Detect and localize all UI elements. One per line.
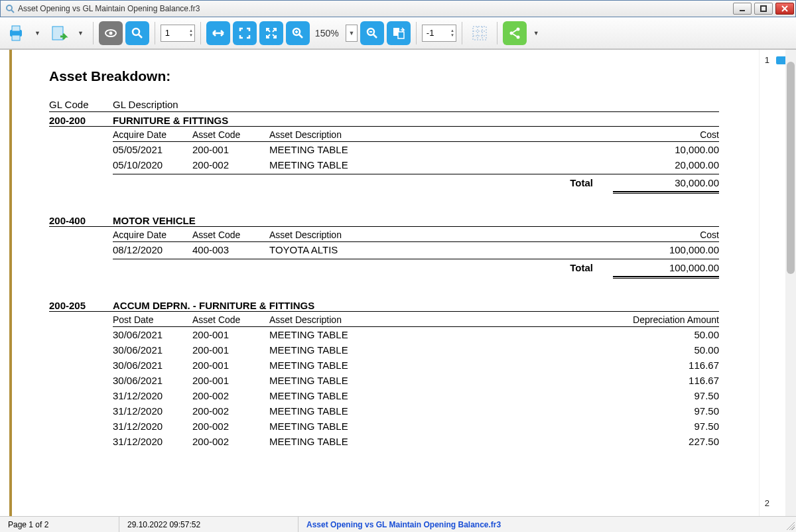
cell-amt: 116.67 — [613, 375, 719, 386]
share-button[interactable] — [503, 21, 527, 45]
data-row: 30/06/2021 200-001 MEETING TABLE 50.00 — [113, 327, 719, 342]
status-page: Page 1 of 2 — [0, 517, 119, 532]
svg-line-13 — [139, 34, 142, 38]
maximize-button[interactable] — [754, 3, 773, 15]
page-number-input[interactable]: 1 ▲▼ — [161, 25, 195, 42]
cell-desc: MEETING TABLE — [269, 329, 613, 340]
data-row: 05/05/2021 200-001 MEETING TABLE 10,000.… — [113, 142, 719, 157]
cell-amt: 97.50 — [613, 405, 719, 417]
sub-amt-header: Cost — [613, 230, 719, 240]
data-row: 30/06/2021 200-001 MEETING TABLE 116.67 — [113, 373, 719, 388]
visibility-button[interactable] — [99, 21, 123, 45]
print-button[interactable] — [4, 21, 28, 45]
zoom-dropdown[interactable]: ▼ — [346, 25, 358, 42]
cell-date: 05/05/2021 — [113, 144, 192, 155]
cell-date: 31/12/2020 — [113, 405, 192, 417]
report-scroll-area[interactable]: Asset Breakdown: GL Code GL Description … — [0, 50, 759, 516]
vertical-scrollbar[interactable] — [785, 50, 796, 516]
gl-desc-header: GL Description — [113, 99, 719, 110]
cell-code: 200-002 — [192, 405, 269, 417]
status-filename[interactable]: Asset Opening vs GL Maintain Opening Bal… — [298, 520, 509, 529]
cell-code: 200-002 — [192, 421, 269, 432]
sub-date-header: Acquire Date — [113, 230, 192, 240]
sub-desc-header: Asset Description — [269, 129, 613, 140]
grid-button[interactable] — [468, 21, 492, 45]
group-code: 200-200 — [49, 115, 113, 126]
cell-date: 31/12/2020 — [113, 421, 192, 432]
report-viewport: Asset Breakdown: GL Code GL Description … — [0, 49, 796, 516]
status-bar: Page 1 of 2 29.10.2022 09:57:52 Asset Op… — [0, 516, 796, 532]
cell-date: 30/06/2021 — [113, 344, 192, 356]
total-label: Total — [113, 262, 613, 273]
print-dropdown[interactable]: ▼ — [31, 30, 44, 36]
resize-grip-icon[interactable] — [784, 519, 795, 530]
svg-line-15 — [299, 34, 302, 38]
total-amount: 30,000.00 — [613, 177, 719, 188]
report-title: Asset Breakdown: — [49, 68, 719, 84]
scrollbar-thumb[interactable] — [787, 62, 795, 274]
cell-desc: MEETING TABLE — [269, 390, 613, 401]
sub-amt-header: Depreciation Amount — [613, 314, 719, 325]
report-page: Asset Breakdown: GL Code GL Description … — [0, 50, 759, 449]
cell-desc: MEETING TABLE — [269, 405, 613, 417]
thumbnail-gutter: 1 2 — [759, 50, 796, 516]
copies-value: -1 — [427, 28, 434, 38]
svg-rect-23 — [473, 27, 486, 40]
data-row: 30/06/2021 200-001 MEETING TABLE 50.00 — [113, 342, 719, 358]
fullscreen-button[interactable] — [259, 21, 283, 45]
cell-desc: MEETING TABLE — [269, 421, 613, 432]
svg-line-32 — [513, 34, 517, 36]
group-desc: FURNITURE & FITTINGS — [113, 115, 719, 126]
toolbar: ▼ ▼ 1 ▲▼ 150% ▼ -1 ▲▼ — [0, 17, 796, 49]
toolbar-separator — [497, 22, 498, 44]
gl-group: 200-205 ACCUM DEPRN. - FURNITURE & FITTI… — [49, 300, 719, 449]
data-row: 30/06/2021 200-001 MEETING TABLE 116.67 — [113, 358, 719, 373]
fit-width-button[interactable] — [206, 21, 230, 45]
close-button[interactable] — [775, 3, 794, 15]
thumb-page-1[interactable]: 1 — [765, 55, 769, 65]
cell-desc: TOYOTA ALTIS — [269, 244, 613, 255]
sub-header-row: Post Date Asset Code Asset Description D… — [113, 312, 719, 327]
cell-date: 30/06/2021 — [113, 360, 192, 371]
svg-point-12 — [133, 29, 139, 35]
title-bar: Asset Opening vs GL Maintain Opening Bal… — [0, 0, 796, 17]
minimize-button[interactable] — [733, 3, 752, 15]
sub-code-header: Asset Code — [192, 230, 269, 240]
copies-input[interactable]: -1 ▲▼ — [422, 25, 456, 42]
cell-desc: MEETING TABLE — [269, 159, 613, 170]
toolbar-separator — [93, 22, 94, 44]
svg-rect-7 — [12, 26, 20, 31]
cell-code: 200-001 — [192, 360, 269, 371]
page-layout-button[interactable] — [387, 21, 411, 45]
copies-spinner[interactable]: ▲▼ — [450, 29, 454, 38]
page-spinner[interactable]: ▲▼ — [189, 29, 193, 38]
export-dropdown[interactable]: ▼ — [74, 30, 88, 36]
zoom-level-text: 150% — [312, 28, 343, 38]
cell-amt: 100,000.00 — [613, 244, 719, 255]
search-button[interactable] — [125, 21, 149, 45]
gl-group: 200-400 MOTOR VEHICLE Acquire Date Asset… — [49, 215, 719, 297]
share-dropdown[interactable]: ▼ — [529, 30, 543, 36]
window-title: Asset Opening vs GL Maintain Opening Bal… — [18, 4, 733, 13]
zoom-out-button[interactable] — [360, 21, 384, 45]
thumb-page-2[interactable]: 2 — [765, 498, 769, 508]
cell-amt: 227.50 — [613, 436, 719, 447]
cell-code: 200-001 — [192, 375, 269, 386]
cell-date: 08/12/2020 — [113, 244, 192, 255]
gl-group: 200-200 FURNITURE & FITTINGS Acquire Dat… — [49, 115, 719, 212]
page-number-value: 1 — [165, 28, 170, 38]
svg-point-11 — [109, 31, 112, 34]
gl-header-row: GL Code GL Description — [49, 99, 719, 112]
cell-date: 30/06/2021 — [113, 375, 192, 386]
zoom-in-button[interactable] — [286, 21, 310, 45]
fit-page-button[interactable] — [233, 21, 257, 45]
data-row: 31/12/2020 200-002 MEETING TABLE 97.50 — [113, 403, 719, 419]
cell-desc: MEETING TABLE — [269, 344, 613, 356]
cell-desc: MEETING TABLE — [269, 144, 613, 155]
cell-date: 05/10/2020 — [113, 159, 192, 170]
export-button[interactable] — [47, 21, 71, 45]
cell-date: 31/12/2020 — [113, 390, 192, 401]
cell-amt: 10,000.00 — [613, 144, 719, 155]
sub-header-row: Acquire Date Asset Code Asset Descriptio… — [113, 227, 719, 242]
total-row: Total100,000.00 — [113, 259, 719, 276]
